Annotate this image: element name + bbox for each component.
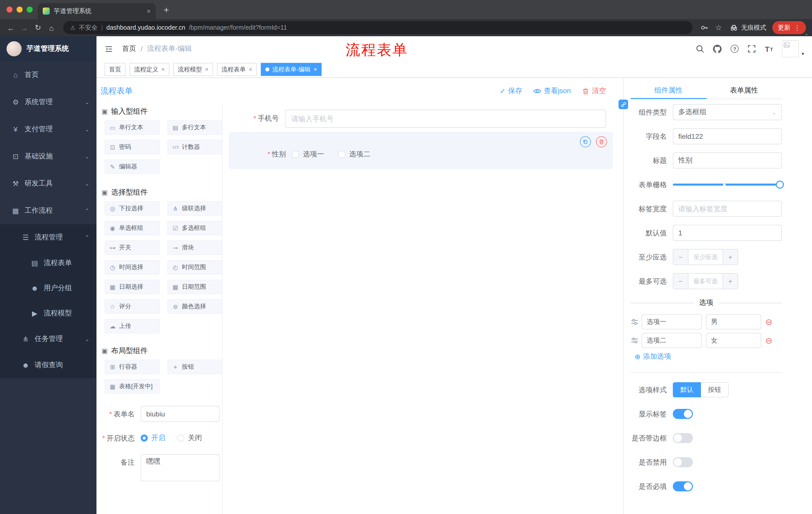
font-size-icon[interactable]: T T [765, 45, 773, 53]
form-remark-input[interactable]: 嘿嘿 [141, 454, 220, 481]
tab-close-icon[interactable]: × [147, 7, 151, 15]
palette-item-password[interactable]: ⊡ 密码 [105, 140, 160, 154]
tag-process-model[interactable]: 流程模型 × [173, 63, 213, 76]
clear-button[interactable]: 清空 [582, 86, 606, 96]
palette-item-upload[interactable]: ☁ 上传 [105, 319, 160, 333]
drag-handle-icon[interactable] [631, 318, 639, 326]
breadcrumb-home[interactable]: 首页 [122, 44, 136, 53]
decrease-button[interactable]: − [673, 274, 688, 289]
forward-icon[interactable]: → [18, 23, 31, 32]
option-value-input[interactable] [706, 314, 761, 329]
tag-process-form[interactable]: 流程表单 × [217, 63, 257, 76]
new-tab-button[interactable]: + [160, 3, 173, 17]
max-checked-placeholder[interactable]: 最多可选 [688, 274, 723, 289]
palette-item-time-range[interactable]: ◴ 时间范围 [167, 260, 223, 275]
palette-item-date-picker[interactable]: ▦ 日期选择 [105, 280, 160, 294]
toolbar-chevron-icon[interactable]: ⌄ [804, 31, 809, 36]
browser-menu-icon[interactable]: ⋮ [794, 24, 801, 31]
radio-off[interactable]: 关闭 [177, 434, 202, 442]
palette-item-color-picker[interactable]: ⊚ 颜色选择 [167, 299, 223, 314]
sidebar-toggle-icon[interactable] [105, 45, 113, 53]
search-icon[interactable] [696, 45, 704, 53]
tag-process-form-edit[interactable]: 流程表单-编辑 × [261, 63, 322, 76]
remove-option-icon[interactable]: ⊖ [765, 336, 773, 345]
palette-item-button[interactable]: ⌖ 按钮 [167, 360, 223, 374]
address-bar[interactable]: ⚠ 不安全 | dashboard.yudao.iocoder.cn /bpm/… [63, 21, 692, 34]
grid-slider[interactable] [673, 177, 782, 193]
default-value-input[interactable] [673, 225, 782, 241]
palette-item-date-range[interactable]: ▩ 日期范围 [167, 280, 223, 294]
user-menu[interactable]: ▾ [782, 40, 804, 57]
show-label-toggle[interactable] [673, 409, 693, 419]
close-window-button[interactable] [6, 6, 12, 12]
update-button[interactable]: 更新 ⋮ [772, 21, 806, 34]
sidebar-item-process-model[interactable]: ▶ 流程模型 [0, 301, 96, 326]
decrease-button[interactable]: − [673, 249, 688, 265]
bookmark-star-icon[interactable]: ☆ [712, 23, 726, 32]
tab-form-props[interactable]: 表单属性 [706, 84, 782, 99]
palette-item-counter[interactable]: 123 计数器 [167, 140, 223, 154]
increase-button[interactable]: + [723, 249, 737, 265]
palette-item-row-container[interactable]: ⊞ 行容器 [105, 360, 160, 374]
form-name-input[interactable] [141, 406, 220, 422]
style-default-button[interactable]: 默认 [673, 382, 701, 397]
tag-home[interactable]: 首页 [105, 63, 126, 76]
palette-item-time-picker[interactable]: ◷ 时间选择 [105, 260, 160, 275]
option-label-input[interactable] [642, 314, 702, 329]
palette-item-multi-line-text[interactable]: ▤ 多行文本 [167, 120, 223, 135]
selected-widget-gender[interactable]: *性别 选项一 选项二 [229, 132, 613, 169]
fullscreen-icon[interactable] [748, 45, 756, 53]
palette-item-switch[interactable]: ⊶ 开关 [105, 240, 160, 255]
security-label[interactable]: 不安全 [79, 23, 98, 32]
copy-widget-button[interactable] [580, 136, 591, 147]
label-width-input[interactable] [673, 201, 782, 217]
radio-on[interactable]: 开启 [141, 434, 165, 442]
help-icon[interactable]: ? [731, 45, 738, 53]
option-label-input[interactable] [642, 333, 702, 348]
sidebar-item-system-management[interactable]: ⚙ 系统管理 ⌄ [0, 88, 96, 116]
tab-component-props[interactable]: 组件属性 [631, 84, 706, 99]
drag-handle-icon[interactable] [631, 336, 639, 345]
palette-item-cascader[interactable]: ⋔ 级联选择 [167, 201, 223, 216]
palette-item-table[interactable]: ▦ 表格[开发中] [105, 379, 160, 394]
password-key-icon[interactable] [697, 24, 712, 32]
slider-track[interactable] [673, 184, 781, 186]
add-option-button[interactable]: ⊕ 添加选项 [635, 352, 782, 361]
avatar[interactable] [782, 40, 799, 57]
palette-item-checkbox-group[interactable]: ☑ 多选框组 [167, 221, 223, 235]
sidebar-item-payment-management[interactable]: ¥ 支付管理 ⌄ [0, 116, 96, 143]
minimize-window-button[interactable] [17, 6, 23, 12]
sidebar-item-process-form[interactable]: ▤ 流程表单 [0, 250, 96, 276]
style-button-button[interactable]: 按钮 [701, 382, 729, 397]
phone-input[interactable] [285, 110, 606, 128]
component-type-select[interactable]: 多选框组 ⌄ [673, 104, 782, 120]
github-icon[interactable] [713, 45, 722, 53]
palette-item-single-line-text[interactable]: ▭ 单行文本 [105, 120, 160, 135]
back-icon[interactable]: ← [4, 23, 18, 32]
checkbox-icon[interactable] [338, 151, 345, 158]
border-toggle[interactable] [673, 433, 693, 443]
view-json-button[interactable]: 查看json [533, 86, 571, 96]
sidebar-item-leave-query[interactable]: ☻ 请假查询 [0, 352, 96, 378]
phone-field-row[interactable]: *手机号 [229, 110, 613, 128]
zoom-window-button[interactable] [27, 6, 33, 12]
reload-icon[interactable]: ↻ [31, 23, 45, 32]
sidebar-item-process-management[interactable]: ☰ 流程管理 ⌃ [0, 224, 96, 250]
close-icon[interactable]: × [314, 66, 317, 73]
sidebar-item-task-management[interactable]: ⋔ 任务管理 ⌄ [0, 326, 96, 352]
checkbox-option-2[interactable]: 选项二 [338, 150, 370, 159]
remove-option-icon[interactable]: ⊖ [765, 318, 773, 326]
delete-widget-button[interactable] [596, 136, 607, 147]
browser-tab[interactable]: 芋道管理系统 × [38, 3, 156, 19]
option-value-input[interactable] [706, 333, 761, 348]
palette-item-slider[interactable]: ⊸ 滑块 [167, 240, 223, 255]
app-logo[interactable]: 芋道管理系统 [0, 36, 96, 61]
slider-handle[interactable] [776, 181, 784, 189]
sidebar-item-home[interactable]: ⌂ 首页 [0, 61, 96, 88]
sidebar-item-dev-tools[interactable]: ⚒ 研发工具 ⌄ [0, 170, 96, 197]
palette-item-radio-group[interactable]: ◉ 单选框组 [105, 221, 160, 235]
tag-process-definition[interactable]: 流程定义 × [129, 63, 169, 76]
palette-item-editor[interactable]: ✎ 编辑器 [105, 159, 160, 174]
sidebar-item-workflow[interactable]: ▦ 工作流程 ⌃ [0, 197, 96, 224]
increase-button[interactable]: + [723, 274, 737, 289]
